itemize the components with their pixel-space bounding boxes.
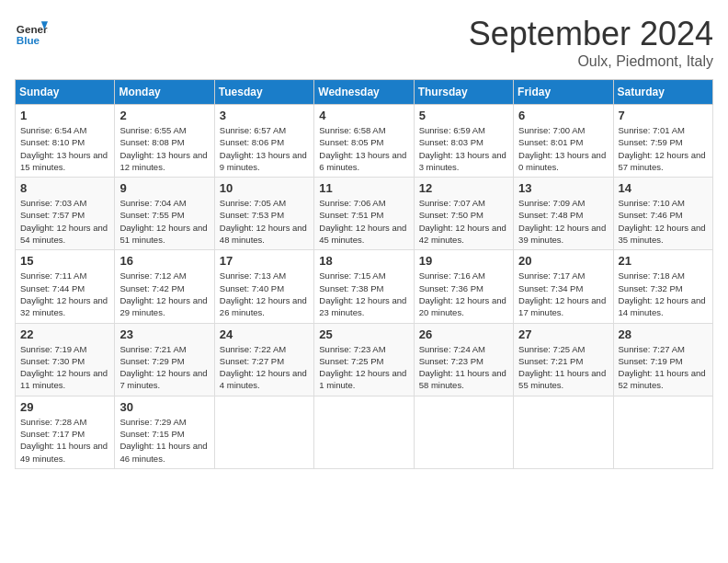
day-number: 16 (119, 254, 210, 268)
day-info: Sunrise: 6:59 AMSunset: 8:03 PMDaylight:… (419, 125, 506, 172)
calendar-cell (314, 396, 414, 468)
day-info: Sunrise: 7:18 AMSunset: 7:32 PMDaylight:… (619, 270, 706, 317)
day-info: Sunrise: 7:16 AMSunset: 7:36 PMDaylight:… (419, 270, 506, 317)
day-info: Sunrise: 6:55 AMSunset: 8:08 PMDaylight:… (119, 125, 207, 172)
title-area: September 2024 Oulx, Piedmont, Italy (469, 15, 713, 70)
day-info: Sunrise: 7:15 AMSunset: 7:38 PMDaylight:… (319, 270, 406, 317)
day-info: Sunrise: 7:23 AMSunset: 7:25 PMDaylight:… (319, 344, 406, 391)
calendar-cell: 18Sunrise: 7:15 AMSunset: 7:38 PMDayligh… (314, 250, 414, 323)
day-info: Sunrise: 7:03 AMSunset: 7:57 PMDaylight:… (20, 198, 108, 245)
calendar-cell: 3Sunrise: 6:57 AMSunset: 8:06 PMDaylight… (214, 105, 313, 178)
day-number: 1 (20, 109, 110, 122)
day-number: 4 (319, 109, 409, 122)
header-row: Sunday Monday Tuesday Wednesday Thursday… (16, 80, 713, 105)
day-info: Sunrise: 7:07 AMSunset: 7:50 PMDaylight:… (419, 198, 506, 245)
header: General Blue September 2024 Oulx, Piedmo… (15, 15, 713, 70)
day-info: Sunrise: 7:17 AMSunset: 7:34 PMDaylight:… (518, 270, 606, 317)
day-number: 18 (319, 254, 409, 268)
calendar-cell: 22Sunrise: 7:19 AMSunset: 7:30 PMDayligh… (16, 323, 115, 396)
col-thursday: Thursday (414, 80, 513, 105)
calendar-cell (414, 396, 513, 468)
day-number: 25 (319, 327, 409, 341)
day-info: Sunrise: 7:22 AMSunset: 7:27 PMDaylight:… (220, 344, 307, 391)
day-info: Sunrise: 7:28 AMSunset: 7:17 PMDaylight:… (20, 417, 108, 464)
day-info: Sunrise: 7:27 AMSunset: 7:19 PMDaylight:… (619, 344, 706, 391)
day-number: 30 (119, 400, 210, 414)
day-info: Sunrise: 7:25 AMSunset: 7:21 PMDaylight:… (518, 344, 606, 391)
calendar-cell: 7Sunrise: 7:01 AMSunset: 7:59 PMDaylight… (613, 105, 712, 178)
calendar-cell: 25Sunrise: 7:23 AMSunset: 7:25 PMDayligh… (314, 323, 414, 396)
day-number: 12 (419, 181, 509, 195)
calendar-cell: 21Sunrise: 7:18 AMSunset: 7:32 PMDayligh… (613, 250, 712, 323)
day-info: Sunrise: 6:58 AMSunset: 8:05 PMDaylight:… (319, 125, 406, 172)
day-info: Sunrise: 7:13 AMSunset: 7:40 PMDaylight:… (220, 270, 307, 317)
calendar-cell: 27Sunrise: 7:25 AMSunset: 7:21 PMDayligh… (514, 323, 613, 396)
day-info: Sunrise: 7:12 AMSunset: 7:42 PMDaylight:… (119, 270, 207, 317)
day-info: Sunrise: 7:11 AMSunset: 7:44 PMDaylight:… (20, 270, 108, 317)
day-number: 10 (220, 181, 310, 195)
calendar-row-3: 15Sunrise: 7:11 AMSunset: 7:44 PMDayligh… (16, 250, 713, 323)
day-number: 22 (20, 327, 110, 341)
day-number: 6 (518, 109, 609, 122)
col-tuesday: Tuesday (214, 80, 313, 105)
calendar-cell: 11Sunrise: 7:06 AMSunset: 7:51 PMDayligh… (314, 178, 414, 250)
day-info: Sunrise: 6:57 AMSunset: 8:06 PMDaylight:… (220, 125, 307, 172)
day-number: 11 (319, 181, 409, 195)
day-info: Sunrise: 6:54 AMSunset: 8:10 PMDaylight:… (20, 125, 108, 172)
day-number: 24 (220, 327, 310, 341)
calendar-cell (214, 396, 313, 468)
calendar-cell: 17Sunrise: 7:13 AMSunset: 7:40 PMDayligh… (214, 250, 313, 323)
calendar-row-1: 1Sunrise: 6:54 AMSunset: 8:10 PMDaylight… (16, 105, 713, 178)
day-number: 7 (619, 109, 709, 122)
calendar-row-2: 8Sunrise: 7:03 AMSunset: 7:57 PMDaylight… (16, 178, 713, 250)
calendar-cell: 14Sunrise: 7:10 AMSunset: 7:46 PMDayligh… (613, 178, 712, 250)
day-number: 15 (20, 254, 110, 268)
calendar-cell (613, 396, 712, 468)
calendar-cell: 8Sunrise: 7:03 AMSunset: 7:57 PMDaylight… (16, 178, 115, 250)
calendar-cell: 23Sunrise: 7:21 AMSunset: 7:29 PMDayligh… (115, 323, 214, 396)
day-info: Sunrise: 7:05 AMSunset: 7:53 PMDaylight:… (220, 198, 307, 245)
day-info: Sunrise: 7:29 AMSunset: 7:15 PMDaylight:… (119, 417, 207, 464)
calendar-cell: 15Sunrise: 7:11 AMSunset: 7:44 PMDayligh… (16, 250, 115, 323)
month-title: September 2024 (469, 15, 713, 53)
calendar-cell: 16Sunrise: 7:12 AMSunset: 7:42 PMDayligh… (115, 250, 214, 323)
calendar-cell (514, 396, 613, 468)
calendar-cell: 1Sunrise: 6:54 AMSunset: 8:10 PMDaylight… (16, 105, 115, 178)
calendar-cell: 9Sunrise: 7:04 AMSunset: 7:55 PMDaylight… (115, 178, 214, 250)
day-number: 5 (419, 109, 509, 122)
calendar-cell: 24Sunrise: 7:22 AMSunset: 7:27 PMDayligh… (214, 323, 313, 396)
day-info: Sunrise: 7:24 AMSunset: 7:23 PMDaylight:… (419, 344, 506, 391)
calendar-body: 1Sunrise: 6:54 AMSunset: 8:10 PMDaylight… (16, 105, 713, 469)
calendar-cell: 30Sunrise: 7:29 AMSunset: 7:15 PMDayligh… (115, 396, 214, 468)
col-friday: Friday (514, 80, 613, 105)
day-number: 20 (518, 254, 609, 268)
calendar-cell: 20Sunrise: 7:17 AMSunset: 7:34 PMDayligh… (514, 250, 613, 323)
svg-text:Blue: Blue (17, 34, 40, 46)
day-number: 19 (419, 254, 509, 268)
col-saturday: Saturday (613, 80, 712, 105)
calendar-table: Sunday Monday Tuesday Wednesday Thursday… (15, 79, 713, 469)
day-info: Sunrise: 7:01 AMSunset: 7:59 PMDaylight:… (619, 125, 706, 172)
col-wednesday: Wednesday (314, 80, 414, 105)
day-number: 23 (119, 327, 210, 341)
calendar-cell: 19Sunrise: 7:16 AMSunset: 7:36 PMDayligh… (414, 250, 513, 323)
col-sunday: Sunday (16, 80, 115, 105)
location: Oulx, Piedmont, Italy (469, 53, 713, 70)
logo-icon: General Blue (15, 15, 48, 48)
day-number: 3 (220, 109, 310, 122)
calendar-cell: 2Sunrise: 6:55 AMSunset: 8:08 PMDaylight… (115, 105, 214, 178)
calendar-row-5: 29Sunrise: 7:28 AMSunset: 7:17 PMDayligh… (16, 396, 713, 468)
calendar-cell: 29Sunrise: 7:28 AMSunset: 7:17 PMDayligh… (16, 396, 115, 468)
day-number: 29 (20, 400, 110, 414)
calendar-cell: 6Sunrise: 7:00 AMSunset: 8:01 PMDaylight… (514, 105, 613, 178)
day-number: 14 (619, 181, 709, 195)
day-number: 28 (619, 327, 709, 341)
day-info: Sunrise: 7:00 AMSunset: 8:01 PMDaylight:… (518, 125, 606, 172)
day-number: 2 (119, 109, 210, 122)
day-number: 17 (220, 254, 310, 268)
calendar-cell: 28Sunrise: 7:27 AMSunset: 7:19 PMDayligh… (613, 323, 712, 396)
calendar-cell: 5Sunrise: 6:59 AMSunset: 8:03 PMDaylight… (414, 105, 513, 178)
day-number: 27 (518, 327, 609, 341)
day-info: Sunrise: 7:09 AMSunset: 7:48 PMDaylight:… (518, 198, 606, 245)
col-monday: Monday (115, 80, 214, 105)
